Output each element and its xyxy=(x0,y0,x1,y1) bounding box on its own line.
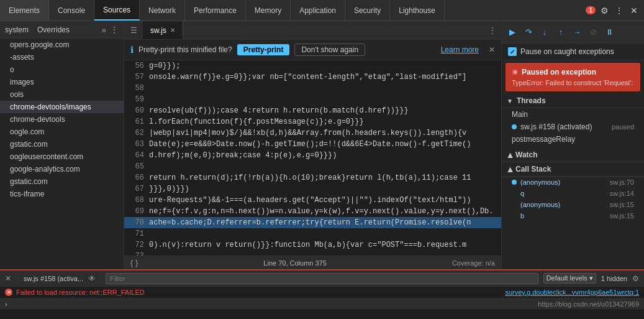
sidebar-item[interactable]: oogle.com xyxy=(0,126,124,138)
pause-exceptions-checkbox[interactable]: ✓ xyxy=(508,47,517,56)
code-line-58: 58 xyxy=(124,83,501,94)
pause-exceptions-row[interactable]: ✓ Pause on caught exceptions xyxy=(502,44,644,60)
call-stack-item-3[interactable]: b sw.js:15 xyxy=(502,210,644,221)
threads-section-header[interactable]: ▼ Threads xyxy=(502,94,644,108)
console-entry-link[interactable]: survey.g.doubleclick...vvmr4pp6ae51wrctq… xyxy=(505,289,639,296)
nav-tab-elements[interactable]: Elements xyxy=(0,0,49,21)
dont-show-button[interactable]: Don't show again xyxy=(294,44,365,56)
file-tab-label: sw.js xyxy=(150,26,166,35)
call-stack-name-0: (anonymous) xyxy=(520,178,606,186)
step-over-icon[interactable]: ↷ xyxy=(522,25,535,39)
nav-tab-memory[interactable]: Memory xyxy=(246,0,291,21)
console-close-icon[interactable]: ✕ xyxy=(5,274,11,283)
code-container[interactable]: 56g=0}}); 57onsole.warn(f)}e.g=0}};var n… xyxy=(124,60,501,256)
console-tab-label[interactable]: sw.js #158 (activa... 👁 xyxy=(19,270,101,287)
file-tab-close-icon[interactable]: ✕ xyxy=(170,27,175,34)
sidebar-item[interactable]: google-analytics.com xyxy=(0,163,124,175)
step-icon[interactable]: → xyxy=(570,25,584,39)
watch-triangle-icon: ▶ xyxy=(506,152,513,157)
call-stack-item-0[interactable]: (anonymous) sw.js:70 xyxy=(502,177,644,188)
nav-tab-application[interactable]: Application xyxy=(291,0,345,21)
console-source-tag: sw.js #158 (activa... xyxy=(24,275,83,282)
code-line-59: 59 xyxy=(124,94,501,105)
console-footer-url: https://blog.csdn.net/u013427969 xyxy=(538,300,639,308)
console-settings-icon[interactable]: ⚙ xyxy=(632,274,639,283)
right-toolbar: ▶ ↷ ↓ ↑ → ⊘ ⏸ xyxy=(502,21,644,44)
threads-postmessage[interactable]: postmessageRelay xyxy=(502,133,644,146)
call-stack-item-1[interactable]: q sw.js:14 xyxy=(502,188,644,199)
call-stack-item-2[interactable]: (anonymous) sw.js:15 xyxy=(502,199,644,210)
paused-exception-title: ✕ Paused on exception xyxy=(512,68,634,76)
nav-tab-console[interactable]: Console xyxy=(49,0,94,21)
nav-tab-performance[interactable]: Performance xyxy=(185,0,246,21)
call-stack-loc-0: sw.js:70 xyxy=(610,178,634,186)
code-line-61: 61l.forEach(function(f){f.postMessage(c)… xyxy=(124,116,501,127)
sidebar-overrides-label[interactable]: Overrides xyxy=(37,25,70,34)
coverage-status: Coverage: n/a xyxy=(452,259,495,267)
step-out-icon[interactable]: ↑ xyxy=(554,25,568,39)
resume-icon[interactable]: ▶ xyxy=(506,25,519,39)
deactivate-breakpoints-icon[interactable]: ⊘ xyxy=(586,25,600,39)
console-level-select[interactable]: Default levels ▾ xyxy=(543,273,596,284)
status-bar: { } Line 70, Column 375 Coverage: n/a xyxy=(124,256,501,269)
call-stack-name-1: q xyxy=(520,190,606,197)
sidebar-item[interactable]: tics-iframe xyxy=(0,188,124,200)
console-filter-input[interactable] xyxy=(106,273,538,284)
editor-right-icon[interactable]: ⋮ xyxy=(484,26,501,35)
paused-exception-message: TypeError: Failed to construct 'Request'… xyxy=(512,79,634,86)
nav-tab-sources[interactable]: Sources xyxy=(94,0,140,21)
threads-title: Threads xyxy=(517,96,546,105)
console-entry-0[interactable]: ✕ Failed to load resource: net::ERR_FAIL… xyxy=(0,287,644,298)
call-stack-section-header[interactable]: ▶ Call Stack xyxy=(502,162,644,177)
sidebar-item[interactable]: opers.google.com xyxy=(0,39,124,51)
call-stack-loc-1: sw.js:14 xyxy=(610,190,634,197)
sidebar-item-chrome-devtools[interactable]: chrome-devtools xyxy=(0,113,124,126)
code-line-66: 66return h.return(d);if(!rb(a)){h.o(10);… xyxy=(124,172,501,183)
sidebar-item[interactable]: ools xyxy=(0,88,124,101)
sidebar-item[interactable]: oogleusercontent.com xyxy=(0,150,124,163)
call-stack-name-3: b xyxy=(520,212,606,220)
file-tab-sw-js[interactable]: sw.js ✕ xyxy=(143,21,183,39)
code-line-63: 63Date(e);e=e&&0>Date.now()-h.getTime();… xyxy=(124,139,501,150)
file-tabs: ☰ sw.js ✕ ⋮ xyxy=(124,21,501,40)
sidebar-more-icon[interactable]: ⋮ xyxy=(110,25,119,35)
line-col-status: Line 70, Column 375 xyxy=(263,259,327,267)
pause-exceptions-label: Pause on caught exceptions xyxy=(520,47,614,56)
code-line-73: 73 xyxy=(124,251,501,256)
call-stack-name-2: (anonymous) xyxy=(520,201,606,208)
braces-icon[interactable]: { } xyxy=(130,258,138,267)
learn-more-link[interactable]: Learn more xyxy=(441,45,479,54)
sidebar-item[interactable]: gstatic.com xyxy=(0,175,124,188)
code-line-69: 69ne;f={v:f.v,g:n,n=h.next())w=n.value,y… xyxy=(124,206,501,217)
sidebar-system-label: system xyxy=(5,25,29,34)
sidebar-item[interactable]: images xyxy=(0,76,124,88)
sidebar-toggle-icon[interactable]: ☰ xyxy=(128,25,139,36)
pause-on-exceptions-icon[interactable]: ⏸ xyxy=(602,25,616,39)
console-footer-prompt[interactable]: › xyxy=(5,300,7,308)
sidebar-expand-icon[interactable]: » xyxy=(101,25,106,35)
more-icon[interactable]: ⋮ xyxy=(613,4,625,17)
eye-icon[interactable]: 👁 xyxy=(88,274,96,283)
close-icon[interactable]: ✕ xyxy=(628,4,640,17)
nav-icons: 1 ⚙ ⋮ ✕ xyxy=(582,4,644,17)
console-error-icon: ✕ xyxy=(5,289,12,296)
top-nav: Elements Console Sources Network Perform… xyxy=(0,0,644,21)
sidebar-item-chrome-devtools-images[interactable]: chrome-devtools/images xyxy=(0,101,124,113)
call-stack-triangle-icon: ▶ xyxy=(506,167,513,172)
threads-main[interactable]: Main xyxy=(502,108,644,121)
sidebar-item[interactable]: o xyxy=(0,63,124,76)
nav-tab-security[interactable]: Security xyxy=(345,0,390,21)
sidebar-item[interactable]: gstatic.com xyxy=(0,138,124,150)
pretty-print-banner: ℹ Pretty-print this minified file? Prett… xyxy=(124,40,501,60)
nav-tab-network[interactable]: Network xyxy=(140,0,185,21)
banner-close-icon[interactable]: ✕ xyxy=(489,45,495,54)
settings-icon[interactable]: ⚙ xyxy=(598,4,610,17)
nav-tab-lighthouse[interactable]: Lighthouse xyxy=(390,0,445,21)
step-into-icon[interactable]: ↓ xyxy=(538,25,551,39)
pretty-print-button[interactable]: Pretty-print xyxy=(237,44,290,55)
error-circle-icon: ✕ xyxy=(512,69,518,75)
threads-sw-js[interactable]: sw.js #158 (activated) paused xyxy=(502,121,644,133)
sidebar-item[interactable]: -assets xyxy=(0,51,124,63)
watch-section-header[interactable]: ▶ Watch xyxy=(502,148,644,162)
call-stack-loc-2: sw.js:15 xyxy=(610,201,634,208)
